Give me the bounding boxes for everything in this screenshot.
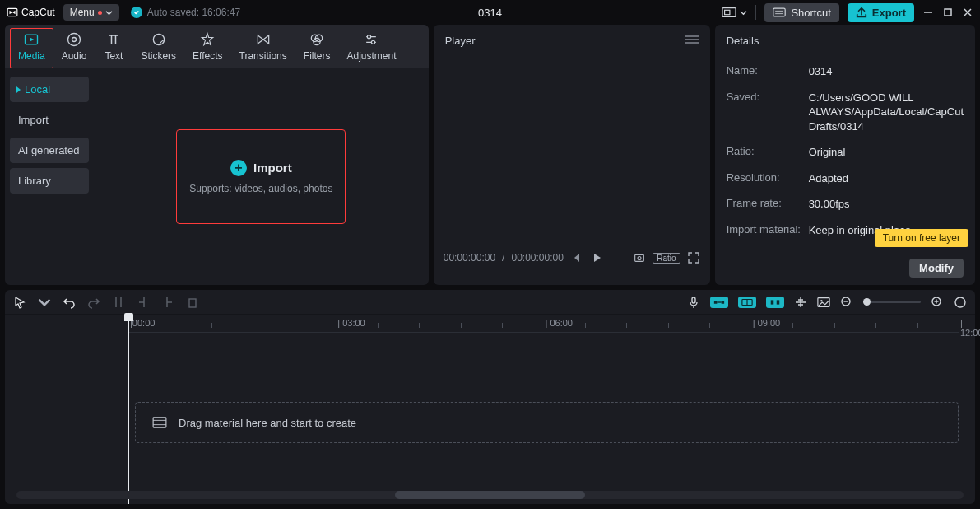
- zoom-in-button[interactable]: [931, 296, 944, 309]
- tab-stickers[interactable]: Stickers: [132, 28, 184, 68]
- adjustment-icon: [363, 31, 379, 48]
- detail-import-material-label: Import material:: [727, 223, 809, 238]
- ruler-label: | 09:00: [753, 318, 780, 328]
- timeline-drop-lane[interactable]: Drag material here and start to create: [135, 402, 959, 443]
- ruler-label: |00:00: [130, 318, 155, 328]
- chevron-down-icon: [105, 9, 113, 16]
- detail-resolution-value: Adapted: [809, 171, 964, 186]
- menu-notification-dot: [98, 11, 102, 15]
- player-panel: Player 00:00:00:00 / 00:00:00:00 Ratio: [434, 25, 710, 285]
- check-icon: [131, 7, 142, 18]
- cursor-tool-dropdown[interactable]: [38, 296, 51, 309]
- zoom-out-button[interactable]: [840, 296, 853, 309]
- svg-rect-2: [725, 10, 730, 14]
- svg-point-38: [955, 297, 965, 307]
- window-maximize-button[interactable]: [942, 7, 954, 18]
- snapshot-button[interactable]: [633, 251, 646, 264]
- svg-rect-30: [777, 300, 780, 304]
- media-sidebar: Local Import AI generated Library: [5, 68, 94, 285]
- free-layer-tooltip: Turn on free layer: [875, 229, 968, 247]
- tab-text[interactable]: Text: [95, 28, 132, 68]
- tab-audio[interactable]: Audio: [53, 28, 95, 68]
- cursor-tool-button[interactable]: [13, 296, 26, 309]
- window-minimize-button[interactable]: [922, 7, 934, 18]
- fullscreen-button[interactable]: [687, 251, 700, 264]
- aspect-ratio-button[interactable]: [722, 7, 747, 18]
- redo-button[interactable]: [87, 296, 100, 309]
- split-button[interactable]: [112, 296, 125, 309]
- svg-point-15: [368, 35, 371, 39]
- svg-rect-24: [714, 301, 718, 304]
- tab-adjustment[interactable]: Adjustment: [338, 28, 404, 68]
- sidebar-item-local[interactable]: Local: [10, 77, 89, 102]
- sidebar-item-import[interactable]: Import: [10, 107, 89, 133]
- detail-framerate-value: 30.00fps: [809, 197, 964, 212]
- app-logo: CapCut: [7, 7, 55, 18]
- window-close-button[interactable]: [962, 7, 973, 18]
- svg-rect-23: [692, 297, 695, 303]
- shortcut-button[interactable]: Shortcut: [764, 3, 838, 22]
- detail-ratio-label: Ratio:: [727, 145, 809, 160]
- detail-saved-value: C:/Users/GOOD WILL ALWAYS/AppData/Local/…: [809, 91, 964, 134]
- timeline-drop-hint: Drag material here and start to create: [179, 417, 356, 429]
- svg-point-16: [372, 40, 375, 44]
- plus-icon: +: [230, 160, 247, 176]
- detail-resolution-label: Resolution:: [727, 171, 809, 186]
- film-icon: [152, 417, 167, 428]
- zoom-slider[interactable]: [863, 301, 921, 303]
- player-menu-icon[interactable]: [685, 35, 699, 47]
- details-title: Details: [715, 25, 975, 57]
- import-dropzone[interactable]: + Import Supports: videos, audios, photo…: [176, 129, 346, 224]
- linkage-button[interactable]: [766, 297, 784, 308]
- menu-button[interactable]: Menu: [63, 4, 119, 21]
- svg-rect-39: [153, 418, 166, 427]
- player-time-total: 00:00:00:00: [511, 252, 563, 264]
- tab-media[interactable]: Media: [10, 28, 53, 68]
- import-subtitle: Supports: videos, audios, photos: [189, 183, 332, 194]
- delete-button[interactable]: [186, 296, 199, 309]
- autosaved-status: Auto saved: 16:06:47: [131, 7, 240, 18]
- sidebar-item-ai-generated[interactable]: AI generated: [10, 138, 89, 163]
- text-icon: [105, 31, 122, 48]
- filters-icon: [309, 31, 325, 48]
- keyboard-icon: [773, 7, 786, 17]
- detail-name-label: Name:: [727, 64, 809, 79]
- magnet-track-button[interactable]: [738, 297, 756, 308]
- stickers-icon: [151, 31, 167, 48]
- tab-transitions[interactable]: Transitions: [231, 28, 295, 68]
- player-viewport: [434, 57, 710, 251]
- svg-point-11: [153, 34, 164, 44]
- tab-filters[interactable]: Filters: [295, 28, 339, 68]
- svg-rect-3: [773, 8, 785, 16]
- player-time-current: 00:00:00:00: [444, 252, 495, 264]
- tab-effects[interactable]: Effects: [184, 28, 230, 68]
- prev-frame-button[interactable]: [570, 251, 583, 264]
- detail-framerate-label: Frame rate:: [727, 197, 809, 212]
- app-name: CapCut: [21, 7, 55, 18]
- svg-rect-22: [189, 299, 196, 307]
- sidebar-item-library[interactable]: Library: [10, 168, 89, 194]
- zoom-fit-button[interactable]: [954, 296, 967, 309]
- delete-right-button[interactable]: [161, 296, 174, 309]
- undo-button[interactable]: [63, 296, 76, 309]
- ratio-button[interactable]: Ratio: [653, 253, 680, 264]
- player-title: Player: [445, 35, 476, 47]
- delete-left-button[interactable]: [137, 296, 150, 309]
- play-button[interactable]: [590, 251, 603, 264]
- ruler-label: | 06:00: [546, 318, 573, 328]
- preview-axis-button[interactable]: [794, 296, 807, 309]
- effects-icon: [199, 31, 216, 48]
- export-button[interactable]: Export: [848, 3, 914, 22]
- svg-point-21: [638, 256, 641, 259]
- svg-point-9: [68, 34, 81, 46]
- timeline-h-scrollbar[interactable]: [16, 491, 964, 499]
- ruler-label: | 03:00: [337, 318, 365, 328]
- modify-button[interactable]: Modify: [909, 259, 964, 278]
- cover-button[interactable]: [817, 296, 830, 309]
- magnet-main-button[interactable]: [710, 297, 728, 308]
- details-panel: Details Name:0314 Saved:C:/Users/GOOD WI…: [715, 25, 975, 285]
- timeline-ruler[interactable]: |00:00| 03:00| 06:00| 09:00| 12:00: [128, 315, 959, 333]
- media-icon: [23, 31, 39, 48]
- svg-point-10: [72, 38, 77, 42]
- mic-button[interactable]: [687, 296, 700, 309]
